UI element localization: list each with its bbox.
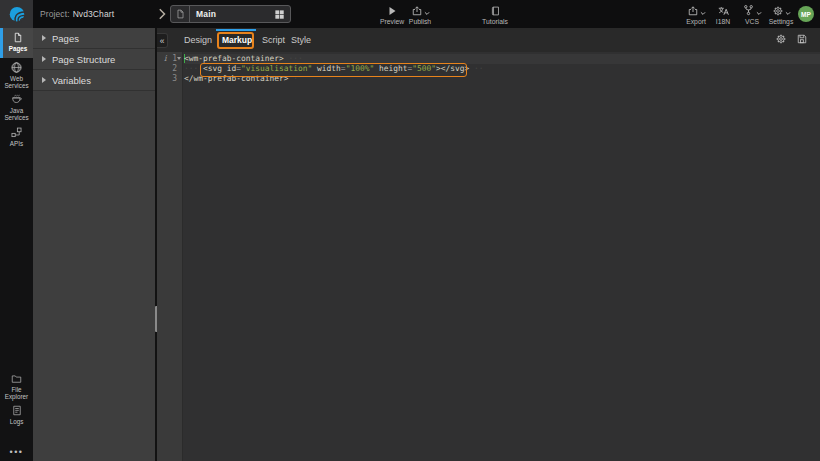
- rail-label-logs: Logs: [10, 419, 24, 426]
- caret-right-icon: [42, 35, 46, 41]
- publish-button[interactable]: Publish: [405, 0, 435, 28]
- translate-icon: [717, 5, 730, 17]
- caret-right-icon: [42, 56, 46, 62]
- rail-more-button[interactable]: •••: [0, 447, 33, 457]
- trailing-whitespace-dots: ···: [284, 54, 303, 63]
- save-icon: [796, 33, 808, 45]
- page-tab-label: Main: [196, 9, 216, 19]
- play-icon: [386, 5, 398, 17]
- pages-icon: [12, 31, 24, 44]
- code-line-annotation-box: [200, 63, 467, 77]
- accordion-pages-label: Pages: [52, 33, 79, 44]
- accordion-page-structure-label: Page Structure: [52, 54, 115, 65]
- save-button[interactable]: [796, 33, 808, 45]
- book-icon: [490, 5, 501, 17]
- code-token: <wm-prefab-container>: [184, 54, 284, 63]
- i18n-label: I18N: [716, 18, 730, 25]
- publish-icon: [411, 5, 423, 17]
- markup-tab-annotation-box: [217, 32, 254, 50]
- accordion-variables[interactable]: Variables: [33, 70, 155, 91]
- vcs-button[interactable]: VCS: [740, 0, 764, 28]
- caret-right-icon: [42, 77, 46, 83]
- fold-caret-icon[interactable]: [177, 57, 181, 60]
- web-services-icon: [10, 61, 23, 74]
- file-explorer-icon: [10, 373, 23, 385]
- editor-toolbar: « Design Markup Script Style: [157, 28, 820, 52]
- wavemaker-studio: Project: Nvd3Chart Main Preview: [0, 0, 820, 461]
- rail-item-web-services[interactable]: Web Services: [0, 61, 33, 91]
- vcs-chevron-icon: [756, 11, 762, 16]
- project-label: Project: Nvd3Chart: [40, 0, 114, 28]
- editor-settings-button[interactable]: [775, 33, 787, 45]
- rail-item-file-explorer[interactable]: File Explorer: [0, 373, 33, 403]
- wavemaker-logo-icon: [7, 4, 27, 24]
- accordion-pages[interactable]: Pages: [33, 28, 155, 49]
- rail-label-apis: APIs: [10, 141, 23, 148]
- tab-style[interactable]: Style: [291, 28, 311, 52]
- apis-icon: [10, 126, 23, 139]
- rail-item-pages[interactable]: Pages: [0, 28, 33, 58]
- rail-item-java-services[interactable]: Java Services: [0, 93, 33, 123]
- line-number-2: 2: [172, 64, 177, 74]
- settings-label: Settings: [769, 18, 794, 25]
- project-name: Nvd3Chart: [73, 9, 115, 19]
- tab-design[interactable]: Design: [184, 28, 212, 52]
- export-label: Export: [686, 18, 706, 25]
- rail-label-pages: Pages: [9, 46, 28, 53]
- line-number-3: 3: [172, 74, 177, 84]
- code-line-1: <wm-prefab-container> ···: [184, 54, 303, 64]
- collapse-panel-button[interactable]: «: [157, 33, 168, 48]
- publish-label: Publish: [409, 18, 431, 25]
- gear-icon: [772, 5, 784, 17]
- left-panel: Pages Page Structure Variables: [33, 28, 157, 461]
- code-editor[interactable]: i 1 2 3 <wm-prefab-container> ··· ····<s…: [157, 52, 820, 461]
- page-grid-icon[interactable]: [274, 9, 285, 20]
- gutter-info-marker[interactable]: i: [164, 54, 167, 64]
- editor-pane: « Design Markup Script Style: [157, 28, 820, 461]
- publish-chevron-icon: [424, 11, 430, 16]
- breadcrumb-chevron-icon: [158, 8, 166, 20]
- page-tab-main[interactable]: Main: [170, 5, 291, 23]
- wavemaker-logo[interactable]: [0, 0, 33, 28]
- tab-script[interactable]: Script: [262, 28, 285, 52]
- rail-item-logs[interactable]: Logs: [0, 404, 33, 430]
- editor-gear-icon: [775, 33, 787, 45]
- rail-item-apis[interactable]: APIs: [0, 126, 33, 152]
- tutorials-label: Tutorials: [482, 18, 508, 25]
- preview-button[interactable]: Preview: [378, 0, 406, 28]
- sidebar-rail: Pages Web Services Java Services: [0, 28, 33, 461]
- export-button[interactable]: Export: [682, 0, 710, 28]
- logs-icon: [11, 404, 23, 417]
- project-prefix: Project:: [40, 9, 70, 19]
- editor-gutter: i 1 2 3: [157, 52, 183, 461]
- rail-label-java-services: Java Services: [2, 108, 32, 121]
- java-services-icon: [10, 93, 24, 106]
- preview-label: Preview: [380, 18, 404, 25]
- accordion-page-structure[interactable]: Page Structure: [33, 49, 155, 70]
- tutorials-button[interactable]: Tutorials: [477, 0, 513, 28]
- top-bar: Project: Nvd3Chart Main Preview: [0, 0, 820, 28]
- page-icon[interactable]: [171, 6, 190, 22]
- user-avatar[interactable]: MP: [798, 6, 814, 22]
- vcs-label: VCS: [745, 18, 759, 25]
- export-chevron-icon: [700, 11, 706, 16]
- export-icon: [687, 5, 699, 17]
- settings-button[interactable]: Settings: [766, 0, 796, 28]
- settings-chevron-icon: [785, 11, 791, 16]
- trailing-whitespace-dots: ··: [469, 64, 483, 73]
- rail-label-file-explorer: File Explorer: [2, 387, 32, 400]
- accordion-variables-label: Variables: [52, 75, 91, 86]
- branch-icon: [742, 4, 755, 17]
- rail-label-web-services: Web Services: [2, 76, 32, 89]
- i18n-button[interactable]: I18N: [712, 0, 734, 28]
